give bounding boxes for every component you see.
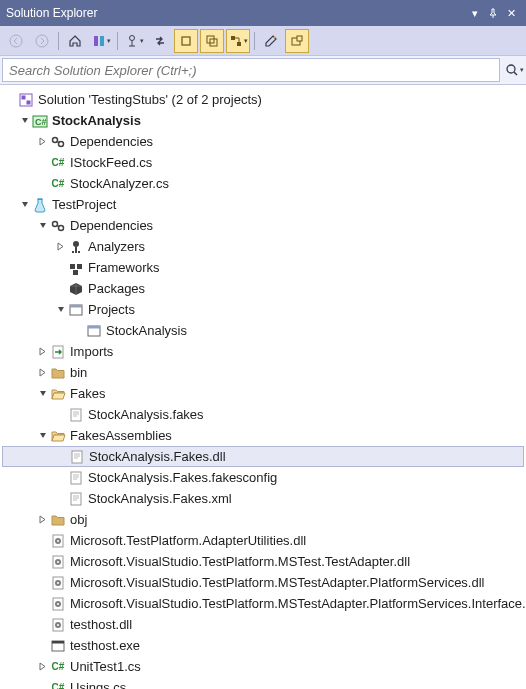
file-fakesconfig[interactable]: StockAnalysis.Fakes.fakesconfig	[2, 467, 524, 488]
file-stockanalysis-fakes-dll[interactable]: StockAnalysis.Fakes.dll	[2, 446, 524, 467]
twisty-open-icon[interactable]	[54, 303, 68, 317]
imports-node[interactable]: Imports	[2, 341, 524, 362]
collapse-all-button[interactable]	[200, 29, 224, 53]
svg-rect-29	[100, 36, 104, 46]
file-dll[interactable]: Microsoft.VisualStudio.TestPlatform.MSTe…	[2, 593, 524, 614]
node-label: Frameworks	[88, 260, 160, 275]
project-testproject[interactable]: TestProject	[2, 194, 524, 215]
svg-point-26	[10, 35, 22, 47]
node-label: Dependencies	[70, 134, 153, 149]
node-label: bin	[70, 365, 87, 380]
dll-icon	[50, 554, 66, 570]
node-label: Solution 'TestingStubs' (2 of 2 projects…	[38, 92, 262, 107]
fakesassemblies-folder[interactable]: FakesAssemblies	[2, 425, 524, 446]
obj-folder[interactable]: obj	[2, 509, 524, 530]
dll-icon	[50, 617, 66, 633]
twisty-closed-icon[interactable]	[36, 135, 50, 149]
node-label: StockAnalyzer.cs	[70, 176, 169, 191]
twisty-open-icon[interactable]	[36, 219, 50, 233]
solution-node[interactable]: Solution 'TestingStubs' (2 of 2 projects…	[2, 89, 524, 110]
node-label: obj	[70, 512, 87, 527]
analyzers-node[interactable]: Analyzers	[2, 236, 524, 257]
svg-rect-28	[94, 36, 98, 46]
switch-views-button[interactable]: ▾	[89, 29, 113, 53]
dependencies-node[interactable]: Dependencies	[2, 131, 524, 152]
node-label: TestProject	[52, 197, 116, 212]
svg-rect-31	[182, 37, 190, 45]
twisty-closed-icon[interactable]	[36, 513, 50, 527]
sync-button[interactable]	[148, 29, 172, 53]
pending-changes-filter-button[interactable]: ▾	[122, 29, 146, 53]
close-icon[interactable]: ✕	[502, 4, 520, 22]
doc-icon	[68, 470, 84, 486]
frameworks-node[interactable]: Frameworks	[2, 257, 524, 278]
node-label: StockAnalysis	[52, 113, 141, 128]
node-label: Microsoft.VisualStudio.TestPlatform.MSTe…	[70, 575, 484, 590]
folder-icon	[50, 365, 66, 381]
search-button[interactable]: ▾	[502, 56, 526, 84]
file-istockfeed[interactable]: C# IStockFeed.cs	[2, 152, 524, 173]
nested-button[interactable]: ▾	[226, 29, 250, 53]
dependencies-node[interactable]: Dependencies	[2, 215, 524, 236]
csfile-icon: C#	[50, 155, 66, 171]
doc-icon	[68, 491, 84, 507]
pin-icon[interactable]	[484, 4, 502, 22]
svg-rect-34	[231, 36, 235, 40]
file-usings[interactable]: C# Usings.cs	[2, 677, 524, 689]
file-dll[interactable]: Microsoft.VisualStudio.TestPlatform.MSTe…	[2, 551, 524, 572]
file-stockanalyzer[interactable]: C# StockAnalyzer.cs	[2, 173, 524, 194]
node-label: Projects	[88, 302, 135, 317]
twisty-closed-icon[interactable]	[36, 366, 50, 380]
doc-icon	[69, 449, 85, 465]
file-dll[interactable]: Microsoft.VisualStudio.TestPlatform.MSTe…	[2, 572, 524, 593]
show-all-files-button[interactable]	[174, 29, 198, 53]
twisty-closed-icon[interactable]	[36, 660, 50, 674]
file-dll[interactable]: testhost.dll	[2, 614, 524, 635]
solution-icon	[18, 92, 34, 108]
node-label: StockAnalysis.Fakes.xml	[88, 491, 232, 506]
back-button[interactable]	[4, 29, 28, 53]
twisty-icon[interactable]	[4, 93, 18, 107]
csproj-icon	[32, 113, 48, 129]
node-label: Microsoft.TestPlatform.AdapterUtilities.…	[70, 533, 306, 548]
search-row: ▾	[0, 56, 526, 85]
packages-node[interactable]: Packages	[2, 278, 524, 299]
properties-button[interactable]	[259, 29, 283, 53]
folder-open-icon	[50, 386, 66, 402]
twisty-open-icon[interactable]	[18, 114, 32, 128]
file-dll[interactable]: Microsoft.TestPlatform.AdapterUtilities.…	[2, 530, 524, 551]
node-label: Fakes	[70, 386, 105, 401]
window-menu-icon[interactable]: ▾	[466, 4, 484, 22]
node-label: Dependencies	[70, 218, 153, 233]
frameworks-icon	[68, 260, 84, 276]
exe-icon	[50, 638, 66, 654]
search-input[interactable]	[2, 58, 500, 82]
node-label: testhost.exe	[70, 638, 140, 653]
twisty-open-icon[interactable]	[18, 198, 32, 212]
twisty-open-icon[interactable]	[36, 387, 50, 401]
node-label: IStockFeed.cs	[70, 155, 152, 170]
file-stockanalysis-fakes[interactable]: StockAnalysis.fakes	[2, 404, 524, 425]
solution-tree[interactable]: Solution 'TestingStubs' (2 of 2 projects…	[0, 85, 526, 689]
twisty-closed-icon[interactable]	[54, 240, 68, 254]
file-exe[interactable]: testhost.exe	[2, 635, 524, 656]
folder-icon	[50, 512, 66, 528]
bin-folder[interactable]: bin	[2, 362, 524, 383]
twisty-closed-icon[interactable]	[36, 345, 50, 359]
toolbar: ▾ ▾ ▾	[0, 26, 526, 56]
imports-icon	[50, 344, 66, 360]
node-label: StockAnalysis.fakes	[88, 407, 204, 422]
fakes-folder[interactable]: Fakes	[2, 383, 524, 404]
dll-icon	[50, 575, 66, 591]
projectref-stockanalysis[interactable]: StockAnalysis	[2, 320, 524, 341]
twisty-open-icon[interactable]	[36, 429, 50, 443]
file-fakes-xml[interactable]: StockAnalysis.Fakes.xml	[2, 488, 524, 509]
svg-point-30	[129, 35, 134, 40]
projects-node[interactable]: Projects	[2, 299, 524, 320]
preview-button[interactable]	[285, 29, 309, 53]
project-stockanalysis[interactable]: StockAnalysis	[2, 110, 524, 131]
home-button[interactable]	[63, 29, 87, 53]
node-label: Usings.cs	[70, 680, 126, 689]
forward-button[interactable]	[30, 29, 54, 53]
file-unittest1[interactable]: C# UnitTest1.cs	[2, 656, 524, 677]
